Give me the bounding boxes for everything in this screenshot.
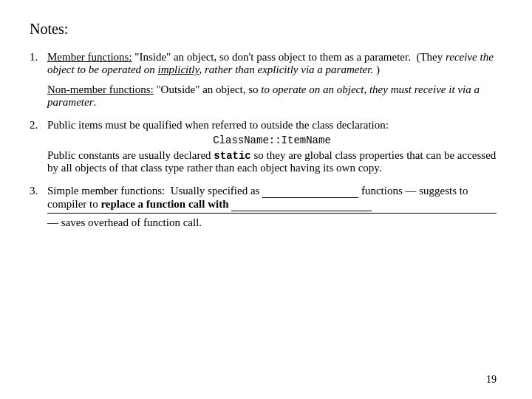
non-member-functions-heading: Non-member functions: — [47, 83, 154, 95]
item3-paragraph1: Simple member functions: Usually specifi… — [47, 185, 497, 211]
item1-sub-text2: . — [94, 96, 97, 108]
list-number-2: 2. — [30, 119, 47, 132]
member-functions-heading: Member functions: — [47, 51, 132, 63]
item3-blank1 — [262, 185, 358, 198]
item1-sub-text1: "Outside" an object, so — [156, 83, 261, 95]
list-item-3: 3. Simple member functions: Usually spec… — [30, 185, 497, 229]
item3-blank2 — [231, 198, 372, 211]
page-number: 19 — [486, 374, 497, 386]
item3-full-blank — [47, 213, 497, 214]
item2-static: static — [214, 150, 250, 162]
page-container: Notes: 1. Member functions: "Inside" an … — [0, 0, 532, 399]
item2-paragraph1: Public items must be qualified when refe… — [47, 119, 497, 132]
list-item-2: 2. Public items must be qualified when r… — [30, 119, 497, 174]
item1-underline: implicitly — [158, 64, 200, 75]
item2-paragraph2: Public constants are usually declared st… — [47, 149, 497, 174]
item1-sub-paragraph: Non-member functions: "Outside" an objec… — [47, 83, 497, 109]
list-content-1: Member functions: "Inside" an object, so… — [47, 51, 497, 109]
list-content-3: Simple member functions: Usually specifi… — [47, 185, 497, 229]
page-title: Notes: — [30, 21, 497, 38]
list-number-1: 1. — [30, 51, 47, 64]
item3-paragraph2: — saves overhead of function call. — [47, 216, 497, 229]
item1-text2: ) — [373, 64, 380, 75]
list-number-3: 3. — [30, 185, 47, 197]
item2-classname: ClassName::ItemName — [47, 134, 497, 146]
item1-paragraph1: Member functions: "Inside" an object, so… — [47, 51, 497, 76]
item3-bold1: replace a function call with — [100, 198, 228, 210]
list-content-2: Public items must be qualified when refe… — [47, 119, 497, 174]
list-item-1: 1. Member functions: "Inside" an object,… — [30, 51, 497, 109]
notes-list: 1. Member functions: "Inside" an object,… — [30, 51, 497, 229]
item1-text1: "Inside" an object, so don't pass object… — [134, 51, 446, 63]
